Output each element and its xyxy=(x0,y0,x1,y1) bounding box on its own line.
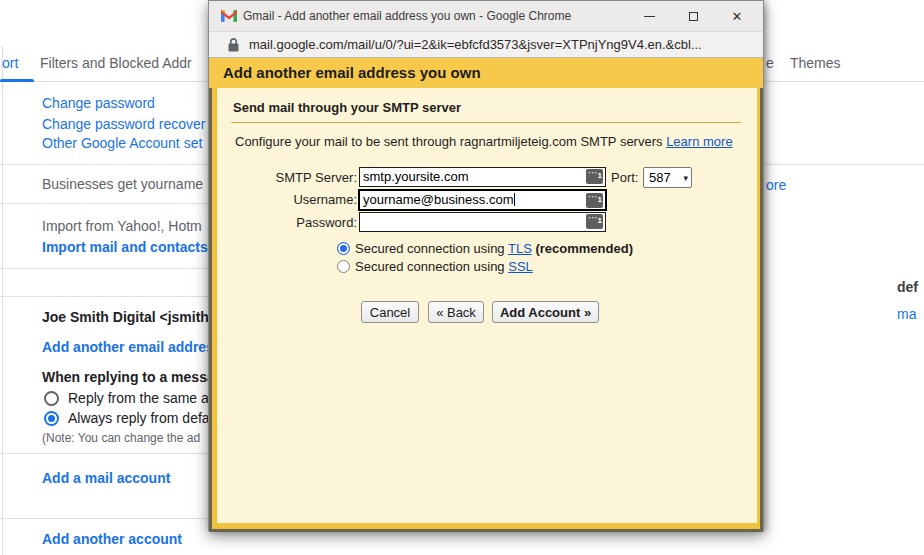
port-select[interactable]: 587 ▾ xyxy=(643,167,692,188)
import-row-text: Import from Yahoo!, Hotm xyxy=(42,218,202,234)
badge-count: 1 xyxy=(598,167,602,185)
screen: { "window": { "title": "Gmail - Add anot… xyxy=(0,0,924,555)
reply-heading: When replying to a messa xyxy=(42,369,215,385)
make-default-partial: def xyxy=(897,279,918,295)
row-divider xyxy=(0,203,208,204)
window-titlebar[interactable]: Gmail - Add another email address you ow… xyxy=(209,1,763,31)
ssl-link[interactable]: SSL xyxy=(508,259,533,274)
add-another-account-link[interactable]: Add another account xyxy=(42,531,182,547)
smtp-dialog-window: Gmail - Add another email address you ow… xyxy=(208,0,764,531)
dialog-section-title: Send mail through your SMTP server xyxy=(233,100,461,115)
change-password-recovery-link[interactable]: Change password recover xyxy=(42,116,205,132)
autofill-extension-icon[interactable]: ⋯ 1 xyxy=(586,193,603,208)
close-icon: ✕ xyxy=(732,9,743,24)
username-input[interactable]: yourname@business.com ⋯ 1 xyxy=(358,189,607,211)
smtp-server-label: SMTP Server: xyxy=(209,170,357,185)
username-label: Username: xyxy=(209,192,357,207)
minimize-button[interactable] xyxy=(627,1,671,31)
tab-accounts-and-import[interactable]: ort xyxy=(2,55,18,71)
smtp-server-input[interactable]: smtp.yoursite.com ⋯ 1 xyxy=(359,167,606,187)
gmail-logo-icon xyxy=(221,10,237,22)
cancel-button[interactable]: Cancel xyxy=(361,301,419,323)
tls-radio-label: Secured connection using TLS (recommende… xyxy=(355,241,633,256)
dialog-divider xyxy=(231,122,741,123)
autofill-extension-icon[interactable]: ⋯ 1 xyxy=(586,214,603,229)
address-bar[interactable]: mail.google.com/mail/u/0/?ui=2&ik=ebfcfd… xyxy=(209,31,763,58)
maximize-button[interactable] xyxy=(671,1,715,31)
maximize-icon xyxy=(689,12,698,21)
badge-count: 1 xyxy=(598,212,602,230)
tls-link[interactable]: TLS xyxy=(508,241,532,256)
url-text: mail.google.com/mail/u/0/?ui=2&ik=ebfcfd… xyxy=(249,32,702,57)
row-divider xyxy=(0,453,208,454)
tls-label-prefix: Secured connection using xyxy=(355,241,508,256)
lock-icon xyxy=(228,38,239,52)
other-google-account-settings-link[interactable]: Other Google Account set xyxy=(42,135,202,151)
reply-note: (Note: You can change the ad xyxy=(42,431,200,445)
ellipsis-icon: ⋯ xyxy=(588,188,598,206)
dialog-title: Add another email address you own xyxy=(209,58,763,88)
password-label: Password: xyxy=(209,215,357,230)
tab-offline-partial[interactable]: e xyxy=(766,55,774,71)
row-divider xyxy=(0,268,208,269)
row-divider xyxy=(0,296,208,297)
description-text: Configure your mail to be sent through r… xyxy=(235,134,663,149)
smtp-server-value: smtp.yoursite.com xyxy=(363,169,468,184)
ssl-radio[interactable] xyxy=(337,260,350,273)
dialog-content-panel xyxy=(217,88,757,523)
active-tab-underline xyxy=(0,79,34,82)
dialog-description: Configure your mail to be sent through r… xyxy=(235,134,733,149)
port-value: 587 xyxy=(649,170,671,185)
always-reply-default-label: Always reply from defa xyxy=(68,410,210,426)
tab-filters-and-blocked[interactable]: Filters and Blocked Addr xyxy=(40,55,192,71)
send-mail-as-account: Joe Smith Digital <jsmith xyxy=(42,309,209,325)
back-button[interactable]: « Back xyxy=(428,301,484,323)
change-password-link[interactable]: Change password xyxy=(42,95,155,111)
username-value: yourname@business.com xyxy=(363,192,513,207)
learn-more-link[interactable]: Learn more xyxy=(666,134,732,149)
ellipsis-icon: ⋯ xyxy=(588,164,598,182)
reply-same-address-radio[interactable] xyxy=(44,391,59,406)
add-mail-account-link[interactable]: Add a mail account xyxy=(42,470,170,486)
password-input[interactable]: ⋯ 1 xyxy=(359,212,606,232)
tls-radio[interactable] xyxy=(337,242,350,255)
badge-count: 1 xyxy=(598,191,602,209)
page-left-edge xyxy=(2,46,3,555)
always-reply-default-radio[interactable] xyxy=(44,411,59,426)
business-row-text: Businesses get yourname xyxy=(42,176,203,192)
ellipsis-icon: ⋯ xyxy=(588,209,598,227)
text-caret xyxy=(514,193,515,206)
ssl-radio-label: Secured connection using SSL xyxy=(355,259,533,274)
chevron-down-icon: ▾ xyxy=(683,173,688,183)
row-divider xyxy=(0,518,208,519)
tab-themes[interactable]: Themes xyxy=(790,55,841,71)
add-another-email-address-link[interactable]: Add another email addres xyxy=(42,339,214,355)
make-default-partial-link[interactable]: ma xyxy=(897,306,916,322)
close-button[interactable]: ✕ xyxy=(715,1,759,31)
minimize-icon xyxy=(644,16,655,17)
autofill-extension-icon[interactable]: ⋯ 1 xyxy=(586,169,603,184)
reply-same-address-label: Reply from the same a xyxy=(68,390,209,406)
tls-recommended: (recommended) xyxy=(535,241,633,256)
import-mail-contacts-link[interactable]: Import mail and contacts xyxy=(42,239,208,255)
port-label: Port: xyxy=(611,170,638,185)
learn-more-partial-link[interactable]: ore xyxy=(766,177,786,193)
add-account-button[interactable]: Add Account » xyxy=(492,301,599,323)
window-title: Gmail - Add another email address you ow… xyxy=(243,1,571,31)
ssl-label-prefix: Secured connection using xyxy=(355,259,508,274)
